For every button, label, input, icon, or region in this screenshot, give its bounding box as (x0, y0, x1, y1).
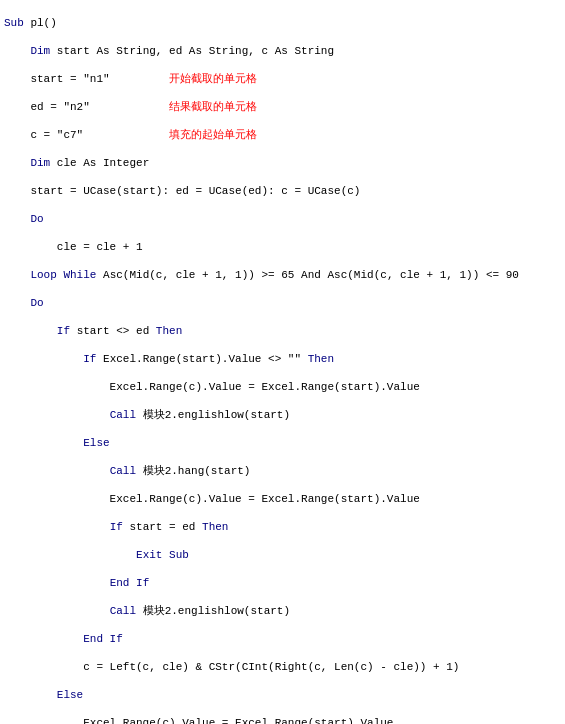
code-line-22: Call 模块2.englishlow(start) (4, 604, 561, 618)
code-line-13: If Excel.Range(start).Value <> "" Then (4, 352, 561, 366)
code-line-25: Else (4, 688, 561, 702)
code-line-8: Do (4, 212, 561, 226)
code-line-20: Exit Sub (4, 548, 561, 562)
code-line-6: Dim cle As Integer (4, 156, 561, 170)
code-line-16: Else (4, 436, 561, 450)
code-line-5: c = "c7" 填充的起始单元格 (4, 128, 561, 142)
code-line-4: ed = "n2" 结果截取的单元格 (4, 100, 561, 114)
code-line-21: End If (4, 576, 561, 590)
code-line-26: Excel.Range(c).Value = Excel.Range(start… (4, 716, 561, 724)
code-line-14: Excel.Range(c).Value = Excel.Range(start… (4, 380, 561, 394)
code-line-2: Dim start As String, ed As String, c As … (4, 44, 561, 58)
code-line-11: Do (4, 296, 561, 310)
code-line-12: If start <> ed Then (4, 324, 561, 338)
code-editor: Sub pl() Dim start As String, ed As Stri… (0, 0, 565, 724)
code-line-24: c = Left(c, cle) & CStr(CInt(Right(c, Le… (4, 660, 561, 674)
code-line-15: Call 模块2.englishlow(start) (4, 408, 561, 422)
code-line-1: Sub pl() (4, 16, 561, 30)
code-line-23: End If (4, 632, 561, 646)
code-line-19: If start = ed Then (4, 520, 561, 534)
code-line-10: Loop While Asc(Mid(c, cle + 1, 1)) >= 65… (4, 268, 561, 282)
code-line-9: cle = cle + 1 (4, 240, 561, 254)
code-line-3: start = "n1" 开始截取的单元格 (4, 72, 561, 86)
code-line-17: Call 模块2.hang(start) (4, 464, 561, 478)
code-line-7: start = UCase(start): ed = UCase(ed): c … (4, 184, 561, 198)
code-line-18: Excel.Range(c).Value = Excel.Range(start… (4, 492, 561, 506)
